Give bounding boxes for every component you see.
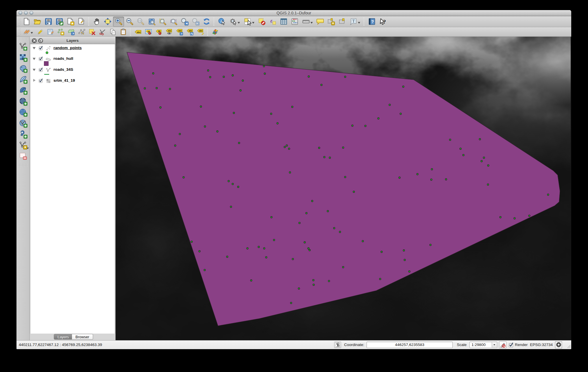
layer-label[interactable]: srtm_41_19: [53, 78, 75, 83]
tool-add-spatialite-layer[interactable]: [18, 74, 29, 85]
tool-save-as[interactable]: [54, 17, 65, 27]
layer-item-roads_hull[interactable]: roads_hull: [30, 56, 115, 62]
tool-paste-features[interactable]: [118, 27, 128, 36]
crs-status-button[interactable]: [555, 341, 562, 348]
tool-zoom-selection[interactable]: [157, 17, 168, 27]
toolbar-grip[interactable]: [18, 38, 28, 40]
tool-zoom-actual[interactable]: [135, 17, 146, 27]
tool-add-wcs-layer[interactable]: [18, 118, 29, 129]
expander-open-icon[interactable]: [33, 47, 36, 49]
label-change-icon: [197, 28, 204, 36]
tool-new-shapefile-layer[interactable]: [18, 140, 29, 151]
tool-bookmark-new[interactable]: [326, 17, 336, 27]
layer-item-random_points[interactable]: random_points: [30, 45, 115, 51]
tool-measure[interactable]: [300, 17, 315, 27]
toolbar-grip[interactable]: [18, 28, 20, 36]
tool-maptips[interactable]: [315, 17, 326, 27]
expander-open-icon[interactable]: [33, 69, 36, 71]
layer-visibility-checkbox[interactable]: [39, 46, 43, 50]
expander-closed-icon[interactable]: [33, 79, 36, 82]
tool-label-change[interactable]: [195, 27, 206, 36]
tool-copy-features[interactable]: [108, 27, 118, 36]
tab-layers[interactable]: Layers: [54, 334, 73, 340]
tool-deselect[interactable]: [256, 17, 267, 27]
tool-composer-manager[interactable]: [76, 17, 87, 27]
tool-label-selected[interactable]: [143, 27, 154, 36]
stop-render-button[interactable]: [499, 341, 506, 348]
layer-visibility-checkbox[interactable]: [39, 79, 43, 83]
tool-remove-layer-group[interactable]: [18, 151, 29, 162]
tool-add-feature[interactable]: [56, 27, 66, 36]
tool-annotation[interactable]: [347, 17, 362, 27]
tool-move-feature[interactable]: [66, 27, 76, 36]
tool-current-edits[interactable]: [21, 27, 35, 36]
tool-zoom-next[interactable]: [190, 17, 201, 27]
layer-item-roads_34S[interactable]: roads_34S: [30, 67, 115, 73]
layer-item-srtm_41_19[interactable]: srtm_41_19: [30, 78, 115, 84]
tool-file-new[interactable]: [21, 17, 32, 27]
tool-add-mssql-layer[interactable]: [18, 85, 29, 96]
tool-field-calculator[interactable]: [289, 17, 300, 27]
title-bar[interactable]: QGIS 2.0.1–Dufour: [16, 10, 571, 16]
tool-zoom-out[interactable]: [124, 17, 135, 27]
render-checkbox[interactable]: [509, 343, 513, 347]
tool-cut-features[interactable]: [97, 27, 108, 36]
tool-label-pin[interactable]: [154, 27, 164, 36]
tool-save[interactable]: [43, 17, 54, 27]
tool-select-rect[interactable]: [242, 17, 256, 27]
tool-pan[interactable]: [91, 17, 102, 27]
random-point: [207, 70, 209, 71]
layer-symbol-swatch: [44, 61, 49, 66]
tool-bookmark-show[interactable]: [336, 17, 347, 27]
layer-symbol-swatch: [44, 74, 49, 75]
tool-diagram-overlay[interactable]: [210, 27, 220, 36]
tool-labeling[interactable]: [133, 27, 143, 36]
expander-open-icon[interactable]: [33, 58, 36, 60]
tool-add-oracle-layer[interactable]: [18, 96, 29, 107]
tool-refresh[interactable]: [201, 17, 212, 27]
random-point: [247, 248, 248, 249]
random-point: [232, 75, 233, 76]
layer-label[interactable]: roads_hull: [53, 56, 73, 61]
tool-add-wms-layer[interactable]: [18, 107, 29, 118]
scale-combobox[interactable]: 1:29800: [469, 342, 497, 348]
tool-select-expression[interactable]: [267, 17, 278, 27]
layer-label[interactable]: random_points: [53, 46, 82, 50]
tool-label-rotate[interactable]: [185, 27, 195, 36]
tool-zoom-in[interactable]: [113, 17, 124, 27]
tool-zoom-full[interactable]: [146, 17, 157, 27]
tool-label-showhide[interactable]: [164, 27, 174, 36]
tool-attribute-table[interactable]: [278, 17, 289, 27]
window-resize-grip[interactable]: [567, 344, 571, 348]
random-point: [290, 302, 292, 304]
tool-zoom-layer[interactable]: [168, 17, 179, 27]
map-canvas[interactable]: [116, 37, 571, 340]
layer-visibility-checkbox[interactable]: [39, 68, 43, 72]
tool-add-vector-layer[interactable]: [18, 41, 29, 52]
tool-whats-this[interactable]: [377, 17, 388, 27]
tool-add-raster-layer[interactable]: [18, 52, 29, 63]
layer-tree[interactable]: random_pointsroads_hullroads_34Ssrtm_41_…: [30, 44, 115, 334]
tool-folder-open[interactable]: [32, 17, 43, 27]
tool-delete-selected[interactable]: [87, 27, 97, 36]
tool-save-edits[interactable]: [45, 27, 56, 36]
tool-help[interactable]: [366, 17, 377, 27]
toolbar-grip[interactable]: [18, 18, 20, 25]
tool-feature-action[interactable]: [227, 17, 242, 27]
layer-visibility-checkbox[interactable]: [39, 57, 43, 61]
tool-identify[interactable]: [216, 17, 227, 27]
tool-node-tool[interactable]: [76, 27, 87, 36]
tool-pan-selection[interactable]: [102, 17, 113, 27]
tool-zoom-last[interactable]: [179, 17, 190, 27]
tool-label-move[interactable]: [174, 27, 185, 36]
tool-add-postgis-layer[interactable]: [18, 63, 29, 74]
coordinate-input[interactable]: [367, 342, 453, 348]
tool-toggle-editing[interactable]: [35, 27, 45, 36]
scale-dropdown-button[interactable]: [492, 342, 497, 347]
tab-browser[interactable]: Browser: [72, 334, 93, 340]
layer-label[interactable]: roads_34S: [53, 67, 73, 72]
toggle-extents-mouse-position-button[interactable]: [334, 342, 341, 348]
toolbar-grip[interactable]: [18, 163, 28, 166]
tool-add-wfs-layer[interactable]: [18, 129, 29, 140]
tool-composer-new[interactable]: [65, 17, 76, 27]
